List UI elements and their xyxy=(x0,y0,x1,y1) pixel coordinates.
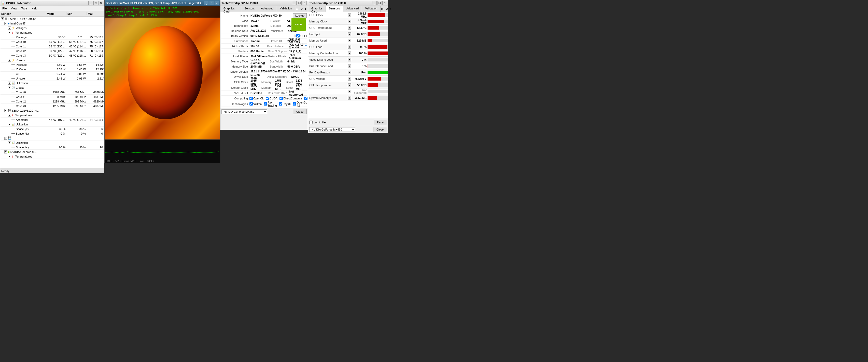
gpuz-info-close[interactable]: ✕ xyxy=(302,1,307,5)
sensor-gpu-clock-dropdown[interactable]: ▼ xyxy=(348,13,351,17)
gpuz-sensors-close[interactable]: ✕ xyxy=(382,1,387,5)
expand-voltages[interactable]: ▶ xyxy=(8,27,11,30)
gpuz-gpu-select[interactable]: NVIDIA GeForce MX450 xyxy=(221,109,267,114)
expand-gpu[interactable]: ▼ xyxy=(4,150,7,154)
expand-powers[interactable]: ▼ xyxy=(8,59,11,62)
gpuz-copy-icon[interactable]: 📋 xyxy=(293,34,296,37)
gpuz-info-close-btn[interactable]: Close xyxy=(293,109,307,114)
gpuz-info-minimize[interactable]: _ xyxy=(292,1,297,5)
expand-storage2-util[interactable]: ▼ xyxy=(8,141,11,144)
tree-item-powers-group[interactable]: ▼ ⚡ Powers xyxy=(0,58,104,62)
gpuz-sensors-icon3[interactable]: ℹ xyxy=(390,7,392,11)
furmark-close[interactable]: ✕ xyxy=(214,1,219,5)
furmark-minimize[interactable]: _ xyxy=(204,1,209,5)
tree-item-util-group[interactable]: ▼ 📊 Utilization xyxy=(0,81,104,85)
tree-item-space-d[interactable]: ── Space (d:) 0 % 0 % 0 % xyxy=(0,131,104,136)
tree-item-core0-temp[interactable]: ── Core #0 55 °C (116 ... 53 °C (127 ...… xyxy=(0,39,104,44)
gpuz-info-restore[interactable]: ❐ xyxy=(297,1,302,5)
tree-item-package-pwr[interactable]: ── Package 6.80 W 3.56 W 14.62 W xyxy=(0,62,104,67)
gpuz-icon3[interactable]: ℹ xyxy=(304,7,307,11)
tree-item-uncore[interactable]: ── Uncore 2.48 W 1.98 W 2.81 W xyxy=(0,76,104,81)
sensor-mem-used-dropdown[interactable]: ▼ xyxy=(348,39,351,42)
tree-item-gpu-temps[interactable]: ▼ 🌡 Temperatures xyxy=(0,154,104,159)
expand-gpu-temps[interactable]: ▼ xyxy=(8,155,11,158)
sensor-gpu-load-dropdown[interactable]: ▼ xyxy=(348,45,351,49)
tree-item-ia-cores[interactable]: ── IA Cores 3.58 W 1.43 W 12.25 W xyxy=(0,67,104,72)
close-button[interactable]: ✕ xyxy=(98,1,103,5)
tree-item-clocks-group[interactable]: ▼ 🕐 Clocks xyxy=(0,85,104,90)
gpuz-sensors-tab-advanced[interactable]: Advanced xyxy=(343,6,362,12)
sensor-hotspot-dropdown[interactable]: ▼ xyxy=(348,32,351,36)
expand-temps[interactable]: ▼ xyxy=(8,31,11,34)
cuda-checkbox[interactable] xyxy=(266,96,269,100)
expand-laptop[interactable]: ▼ xyxy=(1,17,4,20)
gpuz-sensors-icon2[interactable]: ↺ xyxy=(385,7,389,11)
physx-checkbox[interactable] xyxy=(279,102,282,106)
tree-item-storage2[interactable]: ▼ 💾 xyxy=(0,136,104,140)
tree-item-gt[interactable]: ── GT 0.74 W 0.06 W 0.89 W xyxy=(0,72,104,76)
furmark-maximize[interactable]: □ xyxy=(209,1,214,5)
gpuz-icon2[interactable]: ↺ xyxy=(300,7,303,11)
expand-util[interactable]: ▼ xyxy=(8,82,11,85)
expand-storage-util[interactable]: ▼ xyxy=(8,123,11,126)
directml-checkbox[interactable] xyxy=(304,96,308,100)
tree-item-storage2-util[interactable]: ▼ 📊 Utilization xyxy=(0,140,104,145)
vulkan-checkbox[interactable] xyxy=(249,102,253,106)
tree-item-clock0[interactable]: ── Core #0 1398 MHz 399 MHz 4838 MHz xyxy=(0,90,104,94)
menu-view[interactable]: View xyxy=(10,7,18,10)
tree-item-storage-temps[interactable]: ▼ 🌡 Temperatures xyxy=(0,113,104,117)
maximize-button[interactable]: □ xyxy=(93,1,98,5)
tree-item-storage-util[interactable]: ▼ 📊 Utilization xyxy=(0,122,104,127)
sensor-not-supported-dropdown[interactable]: ▼ xyxy=(348,90,351,93)
gpuz-tab-validation[interactable]: Validation xyxy=(277,6,296,12)
gpuz-sensors-minimize[interactable]: _ xyxy=(372,1,377,5)
sensor-perfcap-dropdown[interactable]: ▼ xyxy=(348,71,351,74)
uefi-checkbox[interactable] xyxy=(296,34,300,37)
directcompute-checkbox[interactable] xyxy=(279,96,283,100)
expand-storage[interactable]: ▼ xyxy=(4,109,7,112)
tree-item-core3-temp[interactable]: ── Core #3 50 °C (122 ... 48 °C (118 ...… xyxy=(0,53,104,58)
expand-clocks[interactable]: ▼ xyxy=(8,86,11,89)
sensor-mem-clock-dropdown[interactable]: ▼ xyxy=(348,20,351,23)
tree-item-space-c[interactable]: ── Space (c:) 36 % 36 % 36 % xyxy=(0,127,104,131)
tree-item-core1-temp[interactable]: ── Core #1 58 °C (136 ... 46 °C (114 ...… xyxy=(0,44,104,49)
sensor-sys-mem-dropdown[interactable]: ▼ xyxy=(348,96,351,100)
tree-item-storage[interactable]: ▼ 💾 KBG40ZNV512G KI... xyxy=(0,108,104,113)
raytracing-checkbox[interactable] xyxy=(264,102,267,106)
menu-file[interactable]: File xyxy=(1,7,8,10)
tree-item-voltages[interactable]: ▶ ⚡ Voltages xyxy=(0,26,104,30)
sensor-gpu-voltage-dropdown[interactable]: ▼ xyxy=(348,77,351,81)
tree-item-temps-group[interactable]: ▼ 🌡 Temperatures xyxy=(0,30,104,35)
tree-item-clock1[interactable]: ── Core #1 2198 MHz 499 MHz 4831 MHz xyxy=(0,94,104,99)
gpuz-sensors-gpu-select[interactable]: NVIDIA GeForce MX450 xyxy=(309,127,355,132)
sensor-cpu-temp-dropdown[interactable]: ▼ xyxy=(348,83,351,87)
minimize-button[interactable]: _ xyxy=(88,1,93,5)
lookup-button[interactable]: Lookup xyxy=(293,13,307,18)
tree-item-clock3[interactable]: ── Core #3 4295 MHz 399 MHz 4837 MHz xyxy=(0,104,104,108)
gpuz-tab-sensors[interactable]: Sensors xyxy=(241,6,258,12)
menu-tools[interactable]: Tools xyxy=(20,7,29,10)
tree-item-gpu[interactable]: ▼ ■ NVIDIA GeForce M... xyxy=(0,150,104,154)
tree-item-assembly[interactable]: ── Assembly 42 °C (107 ... 40 °C (104 ..… xyxy=(0,117,104,122)
sensors-reset-button[interactable]: Reset xyxy=(374,120,387,125)
sensor-gpu-temp-dropdown[interactable]: ▼ xyxy=(348,26,351,30)
gpuz-sensors-tab-graphics[interactable]: Graphics Card xyxy=(308,6,326,12)
gpuz-bus-info-icon[interactable]: ? xyxy=(305,45,307,48)
gpuz-icon1[interactable]: ⊞ xyxy=(295,7,299,11)
expand-storage2[interactable]: ▼ xyxy=(4,137,7,140)
tree-item-cpu[interactable]: ▼ ■ Intel Core i7 xyxy=(0,21,104,26)
sensor-bus-load-dropdown[interactable]: ▼ xyxy=(348,64,351,68)
gpuz-sensors-close-btn[interactable]: Close xyxy=(373,127,387,132)
log-to-file-checkbox[interactable] xyxy=(309,120,313,124)
gpuz-sensors-icon1[interactable]: ⊞ xyxy=(380,7,384,11)
expand-cpu[interactable]: ▼ xyxy=(4,22,7,25)
expand-storage-temps[interactable]: ▼ xyxy=(8,114,11,117)
opencl-checkbox[interactable] xyxy=(249,96,253,100)
tree-item-package-temp[interactable]: ── Package 55 °C 131 ... 75 °C (167 ... xyxy=(0,35,104,39)
gpuz-sensors-tab-validation[interactable]: Validation xyxy=(362,6,380,12)
opengl-checkbox[interactable] xyxy=(293,102,296,106)
gpuz-tab-advanced[interactable]: Advanced xyxy=(258,6,277,12)
tree-item-clock2[interactable]: ── Core #2 1299 MHz 399 MHz 4820 MHz xyxy=(0,99,104,104)
tree-item-space-e[interactable]: ── Space (e:) 90 % 90 % 90 % xyxy=(0,145,104,150)
gpuz-sensors-restore[interactable]: ❐ xyxy=(377,1,382,5)
